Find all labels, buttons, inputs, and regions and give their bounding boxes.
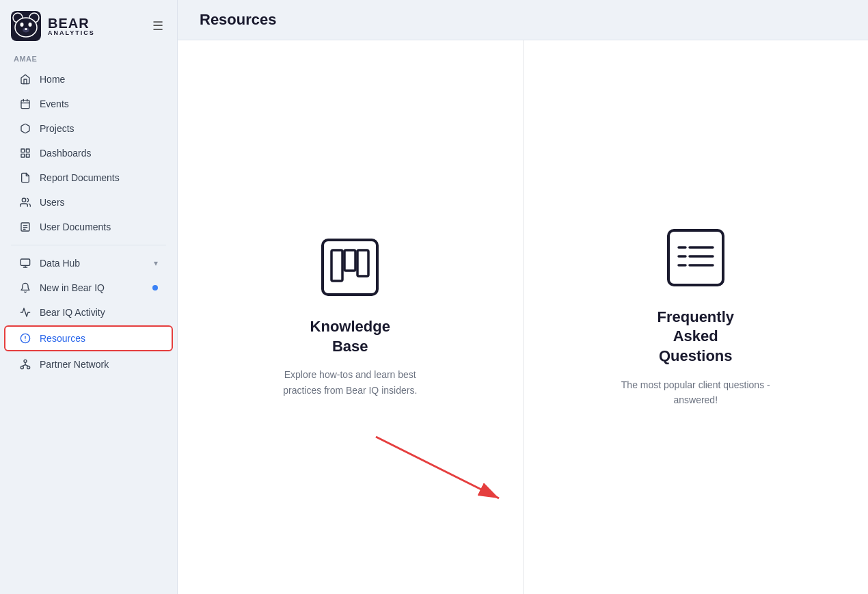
events-label: Events: [40, 98, 158, 109]
svg-rect-39: [668, 230, 723, 285]
sidebar-header: BEAR ANALYTICS ☰: [0, 0, 177, 49]
svg-rect-13: [26, 149, 29, 152]
svg-rect-12: [21, 149, 25, 152]
sidebar-item-user-documents[interactable]: User Documents: [5, 215, 172, 239]
svg-rect-37: [344, 250, 355, 271]
content-area: KnowledgeBase Explore how-tos and learn …: [178, 40, 868, 594]
svg-rect-8: [21, 100, 29, 109]
sidebar-item-events[interactable]: Events: [5, 92, 172, 116]
report-icon: [19, 172, 31, 183]
dashboards-icon: [19, 148, 31, 159]
activity-icon: [19, 307, 31, 318]
sidebar-item-partner-network[interactable]: Partner Network: [5, 353, 172, 376]
svg-point-3: [15, 18, 37, 37]
data-hub-icon: [19, 258, 31, 269]
bear-iq-activity-label: Bear IQ Activity: [40, 307, 158, 318]
svg-point-16: [22, 198, 25, 202]
faq-card[interactable]: FrequentlyAskedQuestions The most popula…: [524, 40, 869, 594]
dashboards-label: Dashboards: [40, 148, 158, 159]
svg-line-32: [22, 365, 25, 366]
faq-desc: The most popular client questions - answ…: [621, 377, 771, 408]
users-label: Users: [40, 197, 158, 208]
svg-line-31: [25, 365, 29, 366]
user-docs-icon: [19, 221, 31, 232]
sidebar-item-data-hub[interactable]: Data Hub ▾: [5, 252, 172, 275]
page-title: Resources: [200, 11, 846, 29]
user-documents-label: User Documents: [40, 221, 158, 232]
network-icon: [19, 359, 31, 370]
nav-divider-1: [11, 245, 166, 245]
sidebar-item-bear-iq-activity[interactable]: Bear IQ Activity: [5, 301, 172, 324]
knowledge-base-card[interactable]: KnowledgeBase Explore how-tos and learn …: [178, 40, 524, 594]
logo-bear: BEAR: [48, 16, 95, 30]
home-icon: [19, 74, 31, 85]
projects-label: Projects: [40, 123, 158, 134]
sidebar-item-users[interactable]: Users: [5, 191, 172, 214]
knowledge-base-title: KnowledgeBase: [310, 317, 390, 356]
cards-container: KnowledgeBase Explore how-tos and learn …: [178, 40, 868, 594]
svg-rect-15: [21, 154, 25, 157]
sidebar: BEAR ANALYTICS ☰ AMAE Home Events: [0, 0, 178, 594]
svg-point-5: [29, 23, 32, 27]
svg-rect-21: [21, 259, 29, 265]
main-content: Resources: [178, 0, 868, 594]
sidebar-item-report-documents[interactable]: Report Documents: [5, 166, 172, 189]
data-hub-label: Data Hub: [40, 258, 146, 269]
data-hub-chevron-icon: ▾: [154, 258, 158, 268]
sidebar-item-home[interactable]: Home: [5, 68, 172, 91]
logo-text: BEAR ANALYTICS: [48, 16, 95, 36]
home-label: Home: [40, 74, 158, 85]
svg-point-4: [21, 23, 24, 27]
logo-area: BEAR ANALYTICS: [11, 11, 95, 41]
logo-analytics: ANALYTICS: [48, 30, 95, 36]
svg-rect-38: [357, 250, 368, 276]
resources-label: Resources: [40, 333, 158, 344]
svg-rect-14: [26, 154, 29, 157]
sidebar-item-new-in-bear-iq[interactable]: New in Bear IQ: [5, 276, 172, 299]
sidebar-item-projects[interactable]: Projects: [5, 117, 172, 140]
calendar-icon: [19, 98, 31, 109]
knowledge-base-icon: [319, 237, 381, 298]
new-in-bear-iq-label: New in Bear IQ: [40, 282, 141, 293]
sidebar-item-resources[interactable]: Resources: [4, 325, 173, 351]
page-header: Resources: [178, 0, 868, 40]
org-label: AMAE: [0, 49, 177, 67]
knowledge-base-desc: Explore how-tos and learn best practices…: [275, 367, 425, 398]
projects-icon: [19, 123, 31, 134]
svg-point-7: [25, 28, 27, 30]
bear-logo-icon: [11, 11, 41, 41]
svg-rect-36: [331, 250, 342, 281]
users-icon: [19, 197, 31, 208]
partner-network-label: Partner Network: [40, 359, 158, 370]
faq-icon: [665, 227, 727, 288]
hamburger-button[interactable]: ☰: [150, 16, 166, 36]
new-badge-dot: [152, 285, 158, 291]
bell-icon: [19, 282, 31, 293]
report-documents-label: Report Documents: [40, 172, 158, 183]
sidebar-item-dashboards[interactable]: Dashboards: [5, 141, 172, 165]
resources-icon: [19, 333, 31, 344]
faq-title: FrequentlyAskedQuestions: [657, 308, 734, 366]
